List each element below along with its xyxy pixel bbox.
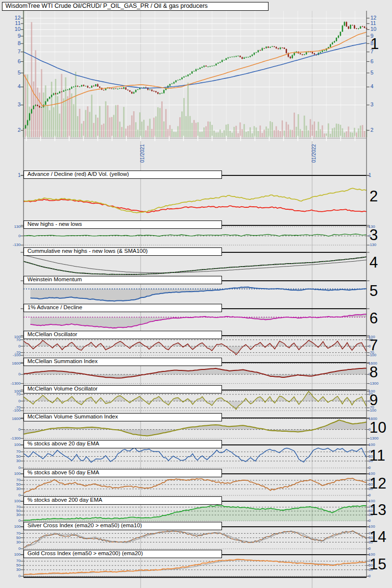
panel-silver-cross-index — [24, 527, 367, 549]
panel-pct-above-200ema — [24, 501, 367, 521]
panel-gold-cross-index — [24, 555, 367, 576]
chart-canvas — [0, 0, 392, 588]
panel-new-highs-lows — [24, 227, 367, 245]
panel-mcclellan-volume-summation — [24, 418, 367, 438]
stock-chart-page: WisdomTree WTI Crude Oil/CRUD/ P_OIL_GAS… — [0, 0, 392, 588]
panel-pct-above-20ema — [24, 445, 367, 468]
panel-advance-decline — [24, 175, 367, 213]
main-chart — [23, 7, 368, 141]
chart-title: WisdomTree WTI Crude Oil/CRUD/ P_OIL_GAS… — [2, 2, 269, 11]
panel-mcclellan-volume-oscillator — [24, 392, 367, 411]
panel-mcclellan-summation — [24, 363, 367, 383]
panel-one-pct-advance-decline — [24, 314, 367, 328]
panel-cumulative-nh-nl — [24, 255, 367, 275]
panel-mcclellan-oscillator — [24, 337, 367, 355]
panel-weinstein-momentum — [24, 287, 367, 301]
panel-pct-above-50ema — [24, 474, 367, 495]
